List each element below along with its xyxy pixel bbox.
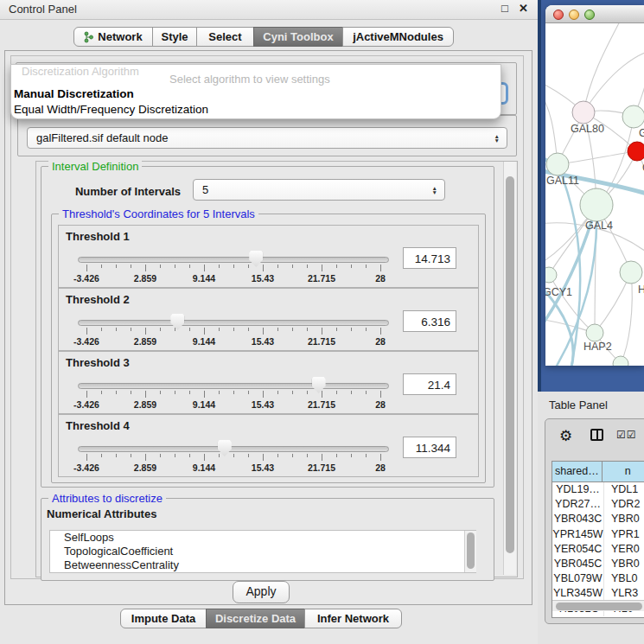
dropdown-option-equal-width-frequency[interactable]: Equal Width/Frequency Discretization — [14, 103, 208, 116]
attribute-list-item[interactable]: SelfLoops — [50, 531, 475, 545]
threshold-value-field[interactable]: 14.713 — [403, 247, 456, 269]
close-traffic-light[interactable] — [553, 10, 564, 20]
network-node-gal11[interactable] — [546, 153, 569, 175]
threshold-value-field[interactable]: 6.316 — [403, 310, 456, 332]
network-node-label: H — [638, 284, 644, 296]
attribute-list-item[interactable]: BetweennessCentrality — [50, 558, 475, 572]
tab-network[interactable]: Network — [73, 27, 153, 47]
cell-shared-name[interactable]: YBL079W — [552, 571, 604, 586]
cell-shared-name[interactable]: YDR27… — [552, 497, 604, 512]
control-panel-titlebar: Control Panel □ ✕ — [0, 0, 538, 20]
threshold-slider[interactable]: -3.4262.8599.14415.4321.71528 — [78, 313, 389, 349]
number-of-intervals-combobox[interactable]: 5 ▲▼ — [193, 179, 445, 201]
network-node-c[interactable] — [628, 142, 644, 161]
network-node-gal80[interactable] — [572, 101, 595, 124]
cell-shared-name[interactable]: YPR145W — [552, 527, 604, 542]
threshold-slider[interactable]: -3.4262.8599.14415.4321.71528 — [78, 439, 389, 475]
network-canvas[interactable]: GAL80GCGAL11GAL4GCY1HHAP2 — [545, 23, 644, 366]
threshold-value-field[interactable]: 11.344 — [403, 437, 456, 458]
cell-name[interactable]: YBR0 — [604, 512, 644, 526]
spinner-icon[interactable]: ▲▼ — [494, 133, 500, 143]
table-horizontal-scrollbar-thumb[interactable] — [556, 603, 642, 610]
table-row[interactable]: YBR043CYBR0 — [552, 512, 644, 526]
network-node-hap2[interactable] — [586, 324, 603, 341]
slider-tick-labels: -3.4262.8599.14415.4321.71528 — [86, 399, 380, 411]
close-window-icon[interactable]: ✕ — [519, 2, 528, 15]
number-of-intervals-label: Number of Intervals — [53, 185, 181, 198]
table-row[interactable]: YDL19…YDL1 — [552, 482, 644, 497]
select-columns-checkboxes-icon[interactable]: ☑☑ — [616, 429, 637, 441]
attributes-list-scrollbar[interactable] — [464, 531, 476, 572]
slider-thumb[interactable] — [218, 440, 232, 456]
cell-shared-name[interactable]: YER054C — [552, 542, 604, 557]
column-header-name[interactable]: n — [603, 462, 644, 481]
hidden-group-title: Discretization Algorithm — [22, 65, 139, 78]
tab-label: Cyni Toolbox — [263, 30, 333, 43]
table-row[interactable]: YBR045CYBR0 — [552, 557, 644, 571]
threshold-panel-2: Threshold 2-3.4262.8599.14415.4321.71528… — [58, 288, 479, 351]
table-data-combobox[interactable]: galFiltered.sif default node ▲▼ — [27, 127, 507, 149]
network-node-label: G — [639, 127, 644, 139]
cell-shared-name[interactable]: YDL19… — [552, 482, 604, 497]
cell-shared-name[interactable]: YBR045C — [552, 557, 604, 571]
cell-name[interactable]: YPR1 — [604, 527, 644, 542]
cell-name[interactable]: YBL0 — [604, 571, 644, 586]
cell-shared-name[interactable]: YBR043C — [552, 512, 604, 526]
network-node-gal4[interactable] — [580, 188, 613, 221]
network-node-h[interactable] — [620, 261, 642, 284]
tab-style[interactable]: Style — [152, 27, 197, 47]
table-row[interactable]: YER054CYER0 — [552, 542, 644, 557]
threshold-slider[interactable]: -3.4262.8599.14415.4321.71528 — [78, 250, 389, 286]
network-window-titlebar[interactable] — [545, 5, 644, 23]
attributes-list-scrollbar-thumb[interactable] — [467, 532, 475, 569]
tab-select[interactable]: Select — [196, 27, 254, 47]
table-body: YDL19…YDL1YDR27…YDR2YBR043CYBR0YPR145WYP… — [552, 482, 644, 616]
table-panel-title: Table Panel — [549, 399, 608, 411]
tab-label: Infer Network — [317, 612, 389, 625]
cell-name[interactable]: YDR2 — [604, 497, 644, 512]
attributes-group-title: Attributes to discretize — [48, 492, 166, 505]
split-column-icon[interactable] — [590, 429, 603, 441]
threshold-label: Threshold 1 — [66, 230, 130, 243]
slider-thumb[interactable] — [312, 377, 326, 393]
cell-name[interactable]: YBR0 — [604, 557, 644, 571]
thresholds-group: Threshold's Coordinates for 5 Intervals … — [51, 214, 486, 483]
tab-label: Network — [98, 30, 142, 43]
table-row[interactable]: YBL079WYBL0 — [552, 571, 644, 586]
column-header-shared-name[interactable]: shared… — [552, 462, 603, 481]
vertical-scrollbar[interactable] — [503, 162, 516, 575]
threshold-slider[interactable]: -3.4262.8599.14415.4321.71528 — [78, 376, 389, 412]
tab-impute-data[interactable]: Impute Data — [120, 609, 207, 628]
minimize-traffic-light[interactable] — [569, 10, 579, 20]
table-row[interactable]: YDR27…YDR2 — [552, 497, 644, 512]
vertical-scrollbar-thumb[interactable] — [506, 176, 514, 553]
network-node-label: GAL4 — [585, 220, 613, 232]
tab-discretize-data[interactable]: Discretize Data — [206, 609, 305, 628]
dropdown-option-manual-discretization[interactable]: Manual Discretization — [14, 87, 134, 100]
spinner-icon[interactable]: ▲▼ — [432, 185, 437, 194]
cell-name[interactable]: YLR3 — [604, 586, 644, 601]
network-node-label: GCY1 — [545, 286, 572, 298]
cell-name[interactable]: YDL1 — [604, 482, 644, 497]
tab-cyni-toolbox[interactable]: Cyni Toolbox — [253, 27, 343, 47]
slider-thumb[interactable] — [249, 251, 263, 267]
table-horizontal-scrollbar[interactable] — [552, 600, 644, 611]
table-row[interactable]: YPR145WYPR1 — [552, 527, 644, 542]
algorithm-dropdown-popup: Discretization Algorithm Select algorith… — [10, 64, 501, 119]
cell-shared-name[interactable]: YLR345W — [552, 586, 604, 601]
float-window-icon[interactable]: □ — [501, 2, 508, 15]
network-node-gcy1[interactable] — [545, 267, 557, 283]
cell-name[interactable]: YER0 — [604, 542, 644, 557]
zoom-traffic-light[interactable] — [584, 10, 595, 20]
attribute-list-item[interactable]: TopologicalCoefficient — [50, 545, 475, 558]
slider-thumb[interactable] — [170, 314, 184, 330]
apply-button[interactable]: Apply — [233, 581, 290, 603]
table-row[interactable]: YLR345WYLR3 — [552, 586, 644, 601]
numerical-attributes-list[interactable]: SelfLoopsTopologicalCoefficientBetweenne… — [49, 530, 476, 573]
tab-infer-network[interactable]: Infer Network — [304, 609, 402, 628]
gear-icon[interactable]: ⚙ — [559, 427, 572, 445]
tab-jactivemnodules[interactable]: jActiveMNodules — [342, 27, 454, 47]
network-node-g[interactable] — [622, 105, 644, 128]
table-data-selected-value: galFiltered.sif default node — [36, 131, 168, 144]
threshold-value-field[interactable]: 21.4 — [403, 373, 456, 395]
